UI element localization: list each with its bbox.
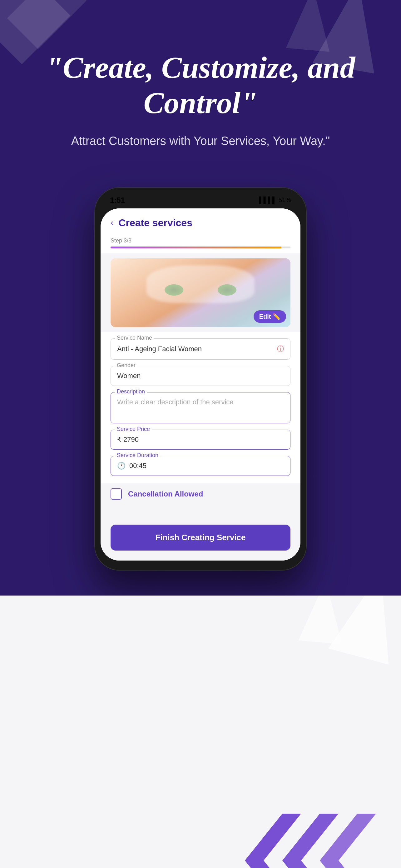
hero-section: "Create, Customize, and Control" Attract… [0, 0, 401, 168]
service-duration-input[interactable]: 🕐 00:45 [110, 456, 291, 476]
finish-creating-button[interactable]: Finish Creating Service [110, 525, 291, 551]
description-field: Description Write a clear description of… [110, 392, 291, 423]
white-tri-2 [299, 595, 347, 644]
form-section: Service Name Anti - Ageing Facial Women … [101, 332, 300, 484]
signal-bars: ▌▌▌▌ [259, 196, 277, 204]
phone-time: 1:51 [110, 196, 125, 205]
description-input[interactable]: Write a clear description of the service [110, 392, 291, 423]
hero-subtitle: Attract Customers with Your Services, Yo… [25, 133, 376, 149]
gender-input[interactable]: Women [110, 366, 291, 386]
cancellation-row: Cancellation Allowed [101, 484, 300, 505]
phone-screen: ‹ Create services Step 3/3 [101, 208, 300, 561]
gender-field: Gender Women [110, 366, 291, 386]
service-duration-label: Service Duration [115, 452, 160, 459]
progress-bar-fill [110, 247, 281, 248]
description-label: Description [115, 389, 147, 395]
duration-value: 00:45 [129, 462, 146, 470]
phone-status: ▌▌▌▌ 51% [259, 196, 291, 204]
app-header: ‹ Create services [101, 208, 300, 235]
phone-notch [182, 197, 219, 203]
screen-inner: ‹ Create services Step 3/3 [101, 208, 300, 561]
cancellation-checkbox[interactable] [110, 488, 122, 500]
bottom-chevrons [245, 814, 401, 868]
bottom-top-deco [292, 595, 401, 674]
error-icon: ⓘ [277, 344, 284, 354]
chevron-decorations [245, 814, 401, 868]
progress-section: Step 3/3 [101, 235, 300, 253]
cancellation-label: Cancellation Allowed [128, 490, 203, 498]
price-value: ₹ 2790 [117, 436, 139, 443]
progress-bar-bg [110, 247, 291, 248]
service-duration-field: Service Duration 🕐 00:45 [110, 456, 291, 476]
gender-label: Gender [115, 362, 137, 369]
description-placeholder: Write a clear description of the service [117, 398, 234, 406]
clock-icon: 🕐 [117, 462, 126, 470]
service-name-input[interactable]: Anti - Ageing Facial Women ⓘ [110, 338, 291, 360]
back-button[interactable]: ‹ [110, 218, 113, 228]
service-name-value: Anti - Ageing Facial Women [117, 345, 202, 353]
service-price-label: Service Price [115, 426, 152, 432]
phone-frame: 1:51 ▌▌▌▌ 51% ‹ Create services Step [94, 187, 307, 570]
service-price-field: Service Price ₹ 2790 [110, 430, 291, 450]
service-name-label: Service Name [115, 335, 154, 341]
service-image-container: Edit ✏️ [110, 258, 291, 327]
finish-btn-container: Finish Creating Service [101, 517, 300, 561]
gender-value: Women [117, 372, 140, 380]
facial-mask [146, 265, 255, 303]
service-price-input[interactable]: ₹ 2790 [110, 430, 291, 450]
battery: 51% [278, 196, 291, 204]
top-section: "Create, Customize, and Control" Attract… [0, 0, 401, 595]
status-bar: 1:51 ▌▌▌▌ 51% [101, 196, 300, 205]
bottom-section [0, 595, 401, 868]
service-name-field: Service Name Anti - Ageing Facial Women … [110, 338, 291, 360]
app-title: Create services [119, 217, 192, 229]
edit-button[interactable]: Edit ✏️ [254, 310, 286, 323]
progress-label: Step 3/3 [110, 238, 291, 244]
phone-container: 1:51 ▌▌▌▌ 51% ‹ Create services Step [0, 168, 401, 595]
spacer [101, 505, 300, 517]
hero-title: "Create, Customize, and Control" [25, 50, 376, 120]
